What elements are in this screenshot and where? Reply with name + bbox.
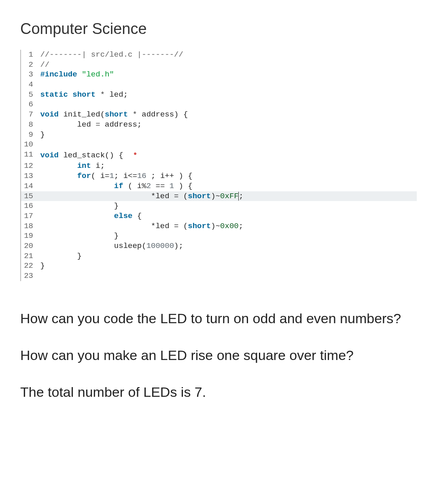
code-text xyxy=(36,271,417,281)
code-text: #include "led.h" xyxy=(36,70,417,80)
line-number: 9 xyxy=(21,130,36,140)
code-text: } xyxy=(36,130,417,140)
line-number: 4 xyxy=(21,80,36,90)
line-number: 21 xyxy=(21,251,36,261)
code-text: } xyxy=(36,261,417,271)
line-number: 6 xyxy=(21,100,36,110)
code-line: 5 static short * led; xyxy=(21,90,417,100)
code-line: 14 if ( i%2 == 1 ) { xyxy=(21,181,417,191)
line-number: 2 xyxy=(21,60,36,70)
question-2: How can you make an LED rise one square … xyxy=(20,346,417,365)
line-number: 7 xyxy=(21,110,36,120)
code-text: } xyxy=(36,251,417,261)
code-line: 19 } xyxy=(21,231,417,241)
code-text: else { xyxy=(36,211,417,221)
line-number: 5 xyxy=(21,90,36,100)
code-line: 22 } xyxy=(21,261,417,271)
line-number: 19 xyxy=(21,231,36,241)
code-text xyxy=(36,80,417,90)
code-text: led = address; xyxy=(36,120,417,130)
code-text xyxy=(36,100,417,110)
code-text: int i; xyxy=(36,161,417,171)
line-number: 16 xyxy=(21,201,36,211)
code-text: usleep(100000); xyxy=(36,241,417,251)
line-number: 23 xyxy=(21,271,36,281)
code-text: // xyxy=(36,60,417,70)
line-number: 17 xyxy=(21,211,36,221)
code-block: 1 //-------| src/led.c |-------//2 //3 #… xyxy=(20,50,417,281)
code-text xyxy=(36,140,417,150)
code-line: 8 led = address; xyxy=(21,120,417,130)
code-line: 1 //-------| src/led.c |-------// xyxy=(21,50,417,60)
line-number: 22 xyxy=(21,261,36,271)
line-number: 12 xyxy=(21,161,36,171)
code-line: 15 *led = (short)~0xFF; xyxy=(21,191,417,201)
code-line: 4 xyxy=(21,80,417,90)
line-number: 3 xyxy=(21,70,36,80)
line-number: 1 xyxy=(21,50,36,60)
line-number: 10 xyxy=(21,140,36,150)
line-number: 20 xyxy=(21,241,36,251)
code-line: 6 xyxy=(21,100,417,110)
code-text: *led = (short)~0x00; xyxy=(36,221,417,231)
code-text: } xyxy=(36,201,417,211)
code-text: if ( i%2 == 1 ) { xyxy=(36,181,417,191)
code-line: 13 for( i=1; i<=16 ; i++ ) { xyxy=(21,171,417,181)
code-text: for( i=1; i<=16 ; i++ ) { xyxy=(36,171,417,181)
statement-led-count: The total number of LEDs is 7. xyxy=(20,383,417,402)
line-number: 11 xyxy=(21,150,36,161)
code-text: } xyxy=(36,231,417,241)
code-text: *led = (short)~0xFF; xyxy=(36,191,417,201)
line-number: 14 xyxy=(21,181,36,191)
code-line: 23 xyxy=(21,271,417,281)
code-line: 20 usleep(100000); xyxy=(21,241,417,251)
code-line: 9 } xyxy=(21,130,417,140)
question-1: How can you code the LED to turn on odd … xyxy=(20,309,417,328)
code-line: 2 // xyxy=(21,60,417,70)
code-line: 10 xyxy=(21,140,417,150)
page-title: Computer Science xyxy=(20,20,417,38)
code-line: 17 else { xyxy=(21,211,417,221)
code-text: //-------| src/led.c |-------// xyxy=(36,50,417,60)
code-line: 11 void led_stack() { • xyxy=(21,150,417,161)
code-line: 12 int i; xyxy=(21,161,417,171)
line-number: 15 xyxy=(21,191,36,201)
line-number: 8 xyxy=(21,120,36,130)
code-line: 21 } xyxy=(21,251,417,261)
line-number: 18 xyxy=(21,221,36,231)
line-number: 13 xyxy=(21,171,36,181)
code-text: void led_stack() { • xyxy=(36,150,417,161)
code-line: 7 void init_led(short * address) { xyxy=(21,110,417,120)
code-line: 3 #include "led.h" xyxy=(21,70,417,80)
code-text: void init_led(short * address) { xyxy=(36,110,417,120)
code-text: static short * led; xyxy=(36,90,417,100)
code-line: 16 } xyxy=(21,201,417,211)
code-line: 18 *led = (short)~0x00; xyxy=(21,221,417,231)
